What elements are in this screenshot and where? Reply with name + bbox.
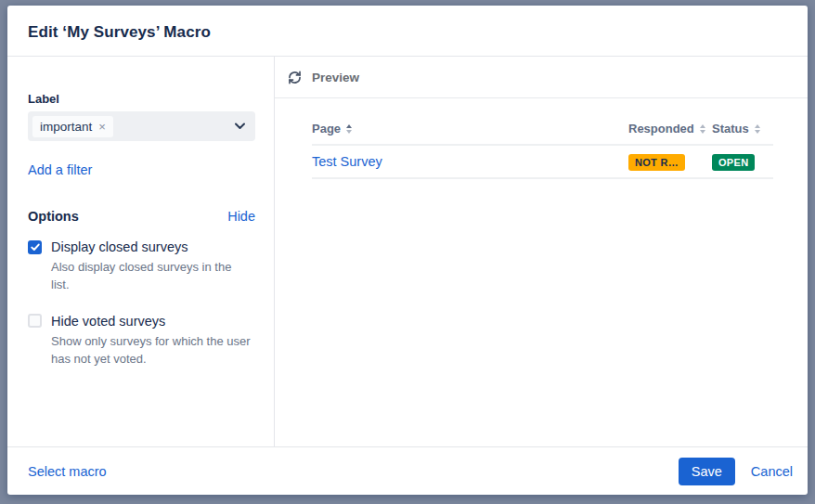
chevron-down-icon: [235, 123, 245, 130]
table-row: Test Survey NOT R… OPEN: [312, 146, 773, 179]
preview-heading: Preview: [312, 71, 359, 84]
sort-icon: [755, 124, 760, 134]
dialog-footer: Select macro Save Cancel: [7, 446, 808, 495]
dialog-header: Edit ‘My Surveys’ Macro: [7, 6, 808, 57]
checkbox-label: Display closed surveys: [51, 239, 188, 254]
add-filter-link[interactable]: Add a filter: [28, 162, 92, 177]
survey-status-cell: OPEN: [712, 153, 773, 171]
option-hide-voted-surveys: Hide voted surveys Show only surveys for…: [28, 314, 255, 368]
hide-voted-surveys-checkbox-row[interactable]: Hide voted surveys: [28, 314, 255, 329]
checkbox-label: Hide voted surveys: [51, 314, 165, 329]
hide-options-link[interactable]: Hide: [227, 209, 255, 224]
preview-panel: Preview Page Responded Stat: [275, 57, 808, 446]
option-display-closed-surveys: Display closed surveys Also display clos…: [28, 239, 255, 294]
macro-parameters-panel: Label important × Add a filter Options H…: [7, 57, 275, 446]
surveys-table: Page Responded Status: [312, 122, 773, 179]
survey-responded-cell: NOT R…: [628, 153, 712, 171]
status-badge: OPEN: [712, 154, 755, 171]
options-header: Options Hide: [28, 209, 255, 224]
save-button[interactable]: Save: [679, 458, 735, 485]
cancel-link[interactable]: Cancel: [751, 464, 793, 479]
checkbox-description: Show only surveys for which the user has…: [51, 333, 251, 368]
display-closed-surveys-checkbox-row[interactable]: Display closed surveys: [28, 239, 255, 254]
dialog-title: Edit ‘My Surveys’ Macro: [28, 23, 785, 42]
column-header-page[interactable]: Page: [312, 122, 628, 136]
surveys-table-header: Page Responded Status: [312, 122, 773, 146]
sort-icon: [700, 124, 705, 134]
remove-tag-icon[interactable]: ×: [98, 121, 106, 133]
label-tag-text: important: [40, 120, 92, 134]
survey-page-cell: Test Survey: [312, 153, 628, 170]
preview-header: Preview: [275, 57, 808, 98]
edit-macro-dialog: Edit ‘My Surveys’ Macro Label important …: [7, 6, 808, 495]
label-select[interactable]: important ×: [28, 111, 255, 141]
checkbox-checked-icon[interactable]: [28, 240, 42, 254]
refresh-icon[interactable]: [287, 70, 303, 85]
footer-actions: Save Cancel: [679, 458, 793, 485]
column-header-status[interactable]: Status: [712, 122, 773, 136]
checkbox-description: Also display closed surveys in the list.: [51, 259, 251, 294]
sort-asc-icon: [346, 124, 352, 134]
checkbox-unchecked-icon[interactable]: [28, 314, 42, 328]
preview-content: Page Responded Status: [275, 98, 808, 179]
label-tag: important ×: [32, 116, 113, 137]
survey-page-link[interactable]: Test Survey: [312, 154, 382, 169]
select-macro-link[interactable]: Select macro: [28, 464, 107, 479]
column-header-responded[interactable]: Responded: [628, 122, 712, 136]
responded-badge: NOT R…: [628, 154, 685, 171]
options-heading: Options: [28, 209, 79, 224]
dialog-body: Label important × Add a filter Options H…: [7, 57, 808, 446]
label-field-label: Label: [28, 92, 255, 106]
